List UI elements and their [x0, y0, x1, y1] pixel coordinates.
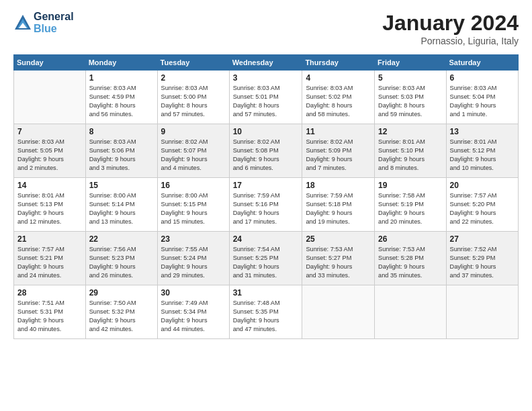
calendar-cell: 14Sunrise: 8:01 AM Sunset: 5:13 PM Dayli…	[14, 178, 86, 232]
calendar-cell: 8Sunrise: 8:03 AM Sunset: 5:06 PM Daylig…	[85, 124, 157, 178]
day-number: 26	[378, 234, 442, 244]
day-info: Sunrise: 7:59 AM Sunset: 5:16 PM Dayligh…	[233, 191, 299, 226]
day-info: Sunrise: 8:03 AM Sunset: 5:05 PM Dayligh…	[17, 138, 82, 173]
calendar-cell	[302, 285, 375, 339]
day-info: Sunrise: 8:03 AM Sunset: 5:02 PM Dayligh…	[306, 84, 371, 119]
calendar-week-row: 7Sunrise: 8:03 AM Sunset: 5:05 PM Daylig…	[14, 124, 519, 178]
day-info: Sunrise: 7:57 AM Sunset: 5:21 PM Dayligh…	[17, 245, 82, 280]
logo: General Blue	[13, 11, 74, 35]
day-number: 29	[89, 288, 154, 298]
day-number: 5	[378, 73, 442, 83]
day-number: 19	[378, 181, 442, 190]
calendar-cell: 27Sunrise: 7:52 AM Sunset: 5:29 PM Dayli…	[446, 232, 518, 285]
calendar-cell: 3Sunrise: 8:03 AM Sunset: 5:01 PM Daylig…	[229, 71, 302, 124]
location: Pornassio, Liguria, Italy	[382, 36, 519, 46]
day-of-week-header: Saturday	[446, 55, 518, 71]
day-number: 12	[378, 127, 442, 136]
day-number: 9	[161, 127, 226, 136]
calendar-table: SundayMondayTuesdayWednesdayThursdayFrid…	[13, 54, 519, 339]
day-of-week-header: Sunday	[14, 55, 86, 71]
day-number: 22	[89, 234, 154, 244]
day-number: 30	[161, 288, 226, 298]
day-info: Sunrise: 8:02 AM Sunset: 5:08 PM Dayligh…	[233, 138, 299, 173]
calendar-cell: 11Sunrise: 8:02 AM Sunset: 5:09 PM Dayli…	[302, 124, 375, 178]
calendar-cell: 13Sunrise: 8:01 AM Sunset: 5:12 PM Dayli…	[446, 124, 518, 178]
calendar-cell: 5Sunrise: 8:03 AM Sunset: 5:03 PM Daylig…	[375, 71, 446, 124]
day-info: Sunrise: 7:54 AM Sunset: 5:25 PM Dayligh…	[233, 245, 299, 280]
day-info: Sunrise: 7:59 AM Sunset: 5:18 PM Dayligh…	[306, 191, 371, 226]
day-number: 23	[161, 234, 226, 244]
calendar-week-row: 28Sunrise: 7:51 AM Sunset: 5:31 PM Dayli…	[14, 285, 519, 339]
day-info: Sunrise: 8:02 AM Sunset: 5:07 PM Dayligh…	[161, 138, 226, 173]
day-info: Sunrise: 7:52 AM Sunset: 5:29 PM Dayligh…	[450, 245, 515, 280]
day-info: Sunrise: 8:03 AM Sunset: 5:03 PM Dayligh…	[378, 84, 442, 119]
calendar-cell: 7Sunrise: 8:03 AM Sunset: 5:05 PM Daylig…	[14, 124, 86, 178]
calendar-cell: 12Sunrise: 8:01 AM Sunset: 5:10 PM Dayli…	[375, 124, 446, 178]
day-number: 21	[17, 234, 82, 244]
day-info: Sunrise: 7:49 AM Sunset: 5:34 PM Dayligh…	[161, 299, 226, 334]
calendar-cell: 19Sunrise: 7:58 AM Sunset: 5:19 PM Dayli…	[375, 178, 446, 232]
calendar-cell: 10Sunrise: 8:02 AM Sunset: 5:08 PM Dayli…	[229, 124, 302, 178]
calendar-cell: 1Sunrise: 8:03 AM Sunset: 4:59 PM Daylig…	[85, 71, 157, 124]
day-info: Sunrise: 7:53 AM Sunset: 5:27 PM Dayligh…	[306, 245, 371, 280]
day-number: 18	[306, 181, 371, 190]
calendar-cell: 29Sunrise: 7:50 AM Sunset: 5:32 PM Dayli…	[85, 285, 157, 339]
day-number: 2	[161, 73, 226, 83]
calendar-week-row: 21Sunrise: 7:57 AM Sunset: 5:21 PM Dayli…	[14, 232, 519, 285]
calendar-cell: 31Sunrise: 7:48 AM Sunset: 5:35 PM Dayli…	[229, 285, 302, 339]
calendar-cell: 22Sunrise: 7:56 AM Sunset: 5:23 PM Dayli…	[85, 232, 157, 285]
calendar-cell: 25Sunrise: 7:53 AM Sunset: 5:27 PM Dayli…	[302, 232, 375, 285]
calendar-cell: 20Sunrise: 7:57 AM Sunset: 5:20 PM Dayli…	[446, 178, 518, 232]
day-number: 14	[17, 181, 82, 190]
calendar-cell: 21Sunrise: 7:57 AM Sunset: 5:21 PM Dayli…	[14, 232, 86, 285]
day-info: Sunrise: 8:00 AM Sunset: 5:14 PM Dayligh…	[89, 191, 154, 226]
day-of-week-header: Wednesday	[229, 55, 302, 71]
day-info: Sunrise: 8:01 AM Sunset: 5:10 PM Dayligh…	[378, 138, 442, 173]
day-number: 6	[450, 73, 515, 83]
day-number: 16	[161, 181, 226, 190]
header: General Blue January 2024 Pornassio, Lig…	[13, 11, 519, 46]
logo-icon	[13, 13, 32, 32]
day-info: Sunrise: 8:03 AM Sunset: 5:06 PM Dayligh…	[89, 138, 154, 173]
day-info: Sunrise: 8:03 AM Sunset: 5:01 PM Dayligh…	[233, 84, 299, 119]
month-title: January 2024	[382, 11, 519, 36]
day-number: 4	[306, 73, 371, 83]
day-number: 11	[306, 127, 371, 136]
calendar-week-row: 1Sunrise: 8:03 AM Sunset: 4:59 PM Daylig…	[14, 71, 519, 124]
day-info: Sunrise: 7:56 AM Sunset: 5:23 PM Dayligh…	[89, 245, 154, 280]
day-of-week-header: Friday	[375, 55, 446, 71]
day-number: 13	[450, 127, 515, 136]
day-number: 10	[233, 127, 299, 136]
calendar-cell: 28Sunrise: 7:51 AM Sunset: 5:31 PM Dayli…	[14, 285, 86, 339]
day-number: 25	[306, 234, 371, 244]
day-info: Sunrise: 8:00 AM Sunset: 5:15 PM Dayligh…	[161, 191, 226, 226]
day-of-week-header: Monday	[85, 55, 157, 71]
calendar-cell	[375, 285, 446, 339]
day-info: Sunrise: 8:01 AM Sunset: 5:13 PM Dayligh…	[17, 191, 82, 226]
calendar-cell: 30Sunrise: 7:49 AM Sunset: 5:34 PM Dayli…	[157, 285, 229, 339]
calendar-cell: 16Sunrise: 8:00 AM Sunset: 5:15 PM Dayli…	[157, 178, 229, 232]
day-number: 24	[233, 234, 299, 244]
day-info: Sunrise: 8:02 AM Sunset: 5:09 PM Dayligh…	[306, 138, 371, 173]
calendar-cell: 15Sunrise: 8:00 AM Sunset: 5:14 PM Dayli…	[85, 178, 157, 232]
day-info: Sunrise: 7:57 AM Sunset: 5:20 PM Dayligh…	[450, 191, 515, 226]
calendar-cell: 26Sunrise: 7:53 AM Sunset: 5:28 PM Dayli…	[375, 232, 446, 285]
day-number: 15	[89, 181, 154, 190]
day-info: Sunrise: 8:03 AM Sunset: 5:04 PM Dayligh…	[450, 84, 515, 119]
calendar-cell: 6Sunrise: 8:03 AM Sunset: 5:04 PM Daylig…	[446, 71, 518, 124]
day-of-week-header: Tuesday	[157, 55, 229, 71]
day-info: Sunrise: 7:51 AM Sunset: 5:31 PM Dayligh…	[17, 299, 82, 334]
day-number: 31	[233, 288, 299, 298]
day-number: 1	[89, 73, 154, 83]
day-info: Sunrise: 8:03 AM Sunset: 5:00 PM Dayligh…	[161, 84, 226, 119]
calendar-week-row: 14Sunrise: 8:01 AM Sunset: 5:13 PM Dayli…	[14, 178, 519, 232]
day-info: Sunrise: 8:01 AM Sunset: 5:12 PM Dayligh…	[450, 138, 515, 173]
calendar-cell: 18Sunrise: 7:59 AM Sunset: 5:18 PM Dayli…	[302, 178, 375, 232]
day-number: 7	[17, 127, 82, 136]
title-block: January 2024 Pornassio, Liguria, Italy	[382, 11, 519, 46]
day-info: Sunrise: 8:03 AM Sunset: 4:59 PM Dayligh…	[89, 84, 154, 119]
day-number: 17	[233, 181, 299, 190]
calendar-cell	[14, 71, 86, 124]
day-info: Sunrise: 7:50 AM Sunset: 5:32 PM Dayligh…	[89, 299, 154, 334]
logo-text: General Blue	[34, 11, 74, 35]
